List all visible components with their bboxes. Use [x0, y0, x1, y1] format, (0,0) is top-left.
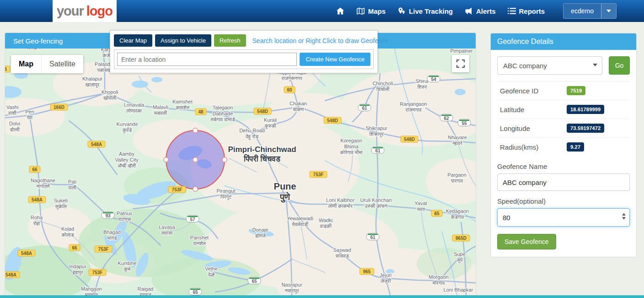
route-shield-badge: 62 [440, 114, 453, 121]
latitude-badge: 18.61789999 [567, 105, 604, 114]
geofence-id-badge: 7519 [567, 86, 585, 95]
route-shield-badge: 61 [358, 104, 371, 111]
radius-label: Radius(kms) [500, 143, 567, 151]
draw-hint-text: Search location or Right Click to draw G… [252, 37, 389, 44]
route-number-badge: 548A [88, 141, 105, 147]
radius-row: Radius(kms) 9.27 [497, 138, 630, 156]
route-number-badge: 65 [431, 210, 442, 217]
nav-maps[interactable]: Maps [356, 7, 386, 15]
page-root: your logo Maps Live Tracking Alerts Repo… [0, 0, 644, 298]
geofence-name-input[interactable] [497, 173, 630, 191]
route-number-badge: 753F [168, 186, 186, 193]
longitude-row: Longitude 73.59197472 [497, 119, 630, 138]
route-number-badge: 753F [95, 246, 112, 252]
svg-text:61: 61 [362, 106, 367, 111]
company-select-wrap: ABC company [497, 56, 602, 75]
route-shield-badge: 54 [427, 76, 440, 82]
nav-live-tracking-label: Live Tracking [409, 7, 453, 15]
map-town-label: Loni Kalbhorलोणी काळभोर [326, 197, 354, 209]
longitude-badge: 73.59197472 [567, 124, 604, 133]
svg-text:65: 65 [252, 279, 257, 284]
svg-text:753F: 753F [98, 247, 109, 252]
route-number-badge: 548B [5, 66, 10, 72]
svg-text:48: 48 [198, 109, 204, 114]
details-panel-header: Geofence Details [491, 33, 636, 50]
speed-input[interactable] [497, 208, 630, 227]
nav-live-tracking[interactable]: Live Tracking [397, 7, 453, 15]
refresh-button[interactable]: Refresh [214, 34, 246, 47]
details-panel-body: ABC company Go Geofence ID 7519 Latitude… [491, 50, 636, 257]
latitude-label: Latitude [500, 106, 567, 114]
map-icon [356, 7, 365, 15]
svg-text:965: 965 [363, 269, 371, 274]
map-town-label: Sukeliसुकेलि [54, 198, 68, 210]
geofence-handle-west[interactable] [164, 157, 168, 162]
svg-text:62: 62 [444, 116, 449, 121]
route-shield-badge: 93 [102, 212, 114, 219]
svg-text:548B: 548B [5, 67, 7, 72]
nav-menu: Maps Live Tracking Alerts Reports ecdemo [336, 0, 617, 22]
company-select[interactable]: ABC company [497, 56, 602, 75]
svg-text:166D: 166D [54, 105, 64, 110]
nav-home[interactable] [336, 7, 344, 15]
svg-text:753F: 753F [172, 187, 182, 192]
geofence-handle-south[interactable] [193, 187, 198, 191]
svg-text:60: 60 [287, 87, 292, 92]
map-canvas[interactable]: Karjatकर्जतPalasdariपळासदरीशिरढोणKhalapu… [5, 49, 476, 295]
map-town-label: Loni Bhapkar [444, 287, 473, 293]
fullscreen-button[interactable] [452, 55, 469, 72]
route-number-badge: 965 [360, 268, 374, 275]
latitude-row: Latitude 18.61789999 [497, 100, 630, 119]
geofence-center-handle[interactable] [193, 157, 198, 162]
route-number-badge: 66 [29, 166, 40, 173]
svg-text:965D: 965D [456, 236, 467, 241]
svg-text:61: 61 [370, 235, 376, 240]
speed-label: Speed(optional) [497, 197, 630, 205]
route-number-badge: 548A [5, 271, 20, 278]
map-graphics: Karjatकर्जतPalasdariपळासदरीशिरढोणKhalapu… [5, 49, 476, 295]
clear-map-button[interactable]: Clear Map [114, 34, 152, 47]
megaphone-icon [465, 7, 473, 15]
create-new-geofence-button[interactable]: Create New Geofence [300, 53, 370, 66]
map-town-label: Jejuriजेजुरी [380, 272, 392, 284]
map-type-satellite-button[interactable]: Satellite [41, 55, 83, 73]
location-search-input[interactable] [117, 53, 297, 66]
account-dropdown[interactable]: ecdemo [563, 3, 617, 19]
map-town-label: Kuraliकुरुळी [264, 117, 277, 129]
svg-text:65: 65 [434, 211, 440, 216]
speed-group: Speed(optional) [497, 197, 630, 227]
geofence-handle-north[interactable] [193, 128, 198, 133]
save-geofence-button[interactable]: Save Geofence [497, 234, 556, 249]
account-caret-section[interactable] [601, 4, 616, 18]
toolbar-buttons-row: Clear Map Assign to Vehicle Refresh Sear… [110, 31, 377, 49]
svg-text:93: 93 [105, 213, 111, 218]
number-spinner[interactable] [622, 213, 626, 220]
geofence-handle-east[interactable] [222, 157, 227, 162]
svg-text:548D: 548D [257, 109, 268, 114]
route-shield-badge: 55 [458, 119, 471, 126]
app-logo[interactable]: your logo [53, 0, 117, 22]
map-type-control: Map Satellite [11, 55, 83, 73]
svg-text:548D: 548D [404, 137, 415, 142]
route-number-badge: 548D [401, 136, 418, 142]
live-tracking-icon [397, 7, 406, 15]
assign-to-vehicle-button[interactable]: Assign to Vehicle [155, 34, 211, 47]
route-number-badge: 548D [324, 117, 341, 124]
nav-alerts[interactable]: Alerts [465, 7, 496, 15]
svg-text:65: 65 [193, 290, 198, 295]
go-button[interactable]: Go [609, 56, 630, 75]
nav-reports[interactable]: Reports [508, 7, 545, 15]
map-town-label: Pimpalner [450, 49, 473, 54]
map-type-map-button[interactable]: Map [11, 55, 41, 73]
svg-text:57: 57 [190, 217, 195, 222]
svg-text:548A: 548A [5, 272, 16, 277]
route-number-badge: 166D [50, 104, 68, 110]
geofence-id-label: Geofence ID [500, 87, 567, 95]
nav-maps-label: Maps [368, 7, 386, 15]
nav-reports-label: Reports [519, 7, 545, 15]
top-navbar: your logo Maps Live Tracking Alerts Repo… [0, 0, 644, 22]
svg-text:548A: 548A [91, 142, 102, 147]
route-number-badge: 753F [89, 269, 106, 276]
report-list-icon [508, 7, 516, 15]
route-number-badge: 60 [284, 87, 295, 93]
